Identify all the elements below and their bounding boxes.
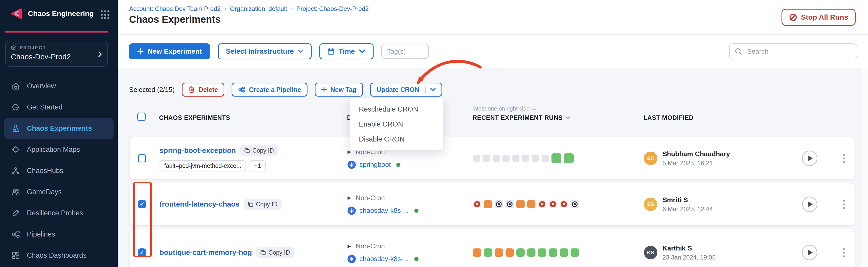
run-indicator-empty[interactable] [512, 155, 520, 162]
search-input[interactable] [746, 47, 851, 56]
new-experiment-button[interactable]: New Experiment [129, 43, 210, 59]
select-infrastructure-button[interactable]: Select Infrastructure [218, 43, 312, 59]
cron-expander[interactable]: ▶ Non-Cron [347, 194, 473, 202]
run-indicator-passed[interactable] [527, 248, 535, 257]
run-indicator-passed[interactable] [484, 248, 492, 257]
run-indicator-stopped[interactable] [495, 200, 503, 208]
kubernetes-icon [347, 160, 356, 169]
row-checkbox[interactable]: ✓ [138, 248, 146, 257]
run-experiment-button[interactable] [802, 151, 817, 166]
breadcrumb-link[interactable]: Organization: default [230, 5, 287, 12]
run-indicator-passed[interactable] [560, 248, 568, 257]
run-indicator-running[interactable] [505, 248, 514, 257]
stop-all-runs-button[interactable]: Stop All Runs [781, 9, 856, 26]
plus-icon [137, 48, 144, 55]
sidebar-item-chaos-experiments[interactable]: Chaos Experiments [4, 118, 114, 139]
experiment-link[interactable]: boutique-cart-memory-hog [160, 248, 252, 257]
column-header-runs: latest one on right side → RECENT EXPERI… [472, 105, 643, 121]
scrollbar-gutter[interactable] [862, 68, 868, 267]
run-indicator-stopped[interactable] [505, 200, 514, 208]
delete-button[interactable]: Delete [182, 83, 224, 96]
run-indicator-running[interactable] [516, 200, 525, 208]
sidebar-item-application-maps[interactable]: Application Maps [0, 139, 118, 160]
sidebar-item-label: Overview [27, 82, 56, 90]
runs-sort-header[interactable]: RECENT EXPERIMENT RUNS [472, 114, 643, 121]
run-experiment-button[interactable] [802, 245, 817, 260]
sidebar-item-gamedays[interactable]: GameDays [0, 181, 118, 203]
copy-id-button[interactable]: Copy ID [244, 199, 282, 210]
update-cron-menu: Reschedule CRONEnable CRONDisable CRON [349, 98, 443, 151]
sidebar-item-resilience-probes[interactable]: Resilience Probes [0, 203, 118, 224]
play-icon [808, 250, 813, 256]
row-checkbox[interactable] [138, 154, 146, 162]
time-filter-button[interactable]: Time [319, 43, 374, 59]
run-indicator-failed[interactable] [560, 200, 568, 208]
run-indicator-running[interactable] [484, 200, 492, 208]
sidebar-item-overview[interactable]: Overview [0, 76, 118, 96]
cron-menu-item-reschedule-cron[interactable]: Reschedule CRON [350, 102, 443, 117]
chevron-down-icon [298, 49, 304, 54]
run-indicator-running[interactable] [473, 248, 481, 257]
run-indicator-empty[interactable] [473, 155, 480, 162]
breadcrumb-link[interactable]: Project: Chaos-Dev-Prod2 [297, 5, 369, 12]
run-indicator-passed[interactable] [570, 248, 579, 257]
modified-by-name: Shubham Chaudhary [662, 150, 730, 158]
run-indicator-passed-lg[interactable] [552, 153, 561, 163]
row-menu-button[interactable] [841, 152, 847, 165]
run-indicator-empty[interactable] [502, 155, 509, 162]
breadcrumb-link[interactable]: Account: Chaos Dev Team Prod2 [129, 5, 220, 12]
infrastructure-link[interactable]: springboot [360, 160, 391, 169]
run-indicator-stopped[interactable] [570, 200, 579, 208]
column-header-experiments: CHAOS EXPERIMENTS [159, 105, 347, 121]
chevron-down-icon [430, 88, 436, 92]
run-indicator-running[interactable] [495, 248, 503, 257]
copy-id-button[interactable]: Copy ID [256, 247, 294, 258]
app-name: Chaos Engineering [28, 9, 94, 18]
infrastructure-link[interactable]: chaosday-k8s-... [360, 207, 409, 215]
run-indicator-empty[interactable] [522, 155, 529, 162]
cron-expander[interactable]: ▶ Non-Cron [347, 242, 473, 250]
run-indicator-failed[interactable] [473, 200, 481, 208]
sidebar-item-chaoshubs[interactable]: ChaosHubs [0, 160, 118, 181]
tag-chip[interactable]: +1 [250, 160, 266, 172]
run-indicator-empty[interactable] [493, 155, 500, 162]
select-infrastructure-label: Select Infrastructure [226, 48, 294, 56]
cron-menu-item-enable-cron[interactable]: Enable CRON [350, 117, 443, 132]
run-indicator-failed[interactable] [538, 200, 546, 208]
run-indicator-running[interactable] [527, 200, 535, 208]
project-selector[interactable]: PROJECT Chaos-Dev-Prod2 [5, 41, 108, 67]
run-indicator-empty[interactable] [532, 155, 539, 162]
experiment-link[interactable]: frontend-latency-chaos [160, 200, 240, 208]
search-box[interactable] [729, 43, 857, 59]
tag-chip[interactable]: fault=pod-jvm-method-exce... [160, 160, 246, 172]
experiment-link[interactable]: spring-boot-exception [160, 146, 236, 155]
app-switcher-icon[interactable] [101, 10, 110, 19]
run-indicator-passed[interactable] [516, 248, 525, 257]
row-menu-button[interactable] [841, 198, 847, 211]
kubernetes-icon [347, 207, 356, 215]
sidebar-item-pipelines[interactable]: Pipelines [0, 224, 118, 245]
row-menu-button[interactable] [841, 246, 847, 259]
copy-icon [260, 250, 266, 256]
copy-id-button[interactable]: Copy ID [240, 145, 278, 156]
infrastructure-link[interactable]: chaosday-k8s-... [360, 255, 409, 263]
run-indicator-passed[interactable] [549, 248, 557, 257]
harness-logo-icon [9, 7, 23, 21]
run-indicator-passed-lg[interactable] [564, 153, 574, 163]
new-tag-button[interactable]: New Tag [315, 83, 363, 96]
select-all-checkbox[interactable] [137, 113, 146, 121]
run-experiment-button[interactable] [802, 197, 817, 212]
run-indicator-empty[interactable] [483, 155, 490, 162]
run-indicator-passed[interactable] [538, 248, 546, 257]
create-pipeline-button[interactable]: Create a Pipeline [231, 83, 307, 96]
tags-filter-input[interactable] [381, 44, 429, 59]
sidebar-item-chaos-dashboards[interactable]: Chaos Dashboards [0, 245, 118, 266]
row-checkbox[interactable]: ✓ [138, 200, 146, 208]
update-cron-button[interactable]: Update CRON [370, 83, 442, 96]
pipeline-icon [238, 86, 245, 93]
cron-menu-item-disable-cron[interactable]: Disable CRON [350, 132, 443, 147]
run-indicator-failed[interactable] [549, 200, 557, 208]
sidebar-item-get-started[interactable]: Get Started [0, 96, 118, 118]
run-indicator-empty[interactable] [542, 155, 549, 162]
brand-row: Chaos Engineering [9, 7, 94, 21]
